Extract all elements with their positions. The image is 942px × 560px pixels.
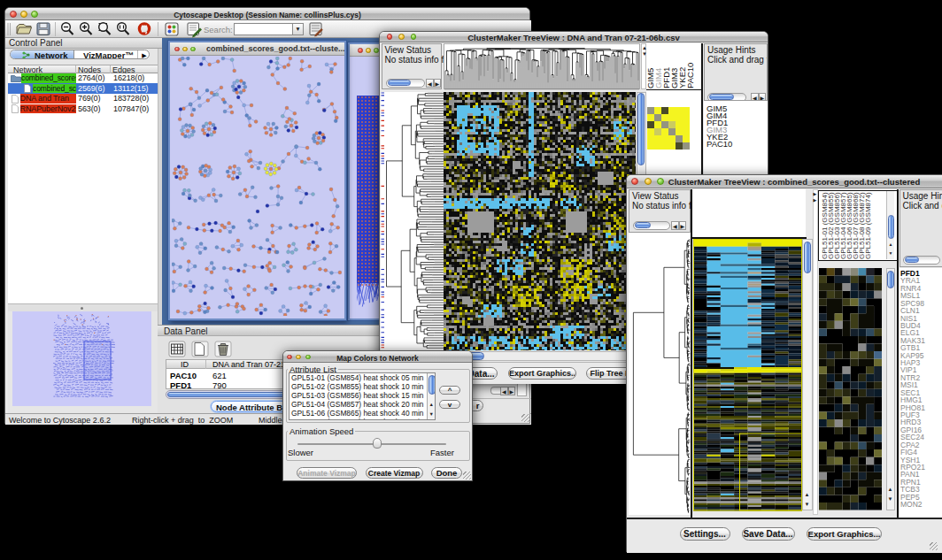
svg-text:PAC10: PAC10 — [685, 63, 695, 88]
svg-text:GPL51-09 (GSM874): GPL51-09 (GSM874) — [864, 192, 872, 259]
